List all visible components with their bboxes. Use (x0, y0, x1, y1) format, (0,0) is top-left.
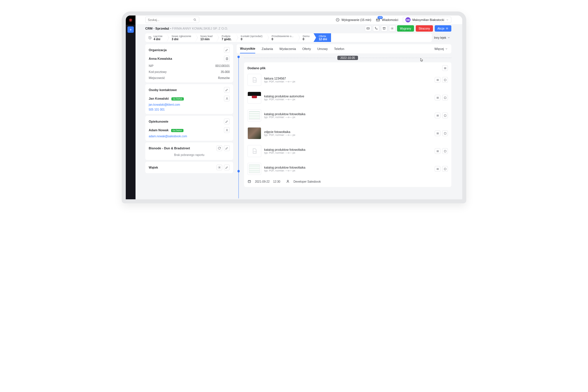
file-meta-text: typ: PDF, rozmiar: —x— px (264, 169, 305, 172)
hamburger-icon (446, 27, 448, 30)
chevron-down-icon (446, 18, 449, 21)
timeline-rail (237, 56, 241, 198)
file-checkbox[interactable] (442, 77, 448, 83)
file-checkbox[interactable] (442, 166, 448, 172)
edit-owners-button[interactable] (224, 119, 230, 124)
file-name[interactable]: faktura 1234567 (264, 77, 295, 80)
file-menu-button[interactable] (435, 130, 440, 136)
file-name[interactable]: katalog produktow fotowoltaika (264, 148, 305, 151)
pdf-icon[interactable]: PDF (247, 74, 261, 86)
stage-item[interactable]: Przedstawienie o... 0 (266, 33, 297, 42)
user-menu[interactable]: MB Maksymilian Białostocki (403, 17, 451, 23)
building-icon[interactable] (224, 56, 230, 61)
thumbnail[interactable] (247, 163, 261, 175)
logout-timer[interactable]: Wylogowanie (15 min) (336, 18, 371, 22)
action-mail-button[interactable] (365, 25, 371, 32)
person-icon[interactable] (224, 127, 230, 133)
file-menu-button[interactable] (435, 95, 440, 101)
pdf-icon[interactable]: PDF (247, 145, 261, 157)
crumb-root[interactable]: CRM (145, 27, 152, 30)
file-row: PDFkatalog produktow fotowoltaikatyp: PD… (247, 142, 448, 160)
tab-all[interactable]: Wszystkie (240, 44, 255, 53)
content: Organizacja Anna Kowalska (136, 42, 462, 198)
add-button[interactable]: + (127, 26, 134, 33)
breadcrumb: CRM • Sprzedaż • FIRMA ANNY KOWALSKIEJ S… (145, 27, 228, 30)
pipeline-switch[interactable]: Inny lejek (434, 36, 451, 39)
thumbnail[interactable] (247, 92, 261, 104)
lose-button[interactable]: Stracony (416, 25, 433, 32)
svg-rect-6 (383, 28, 385, 30)
crumb-section[interactable]: Sprzedaż (155, 27, 169, 30)
svg-line-1 (196, 20, 196, 21)
actions-menu-button[interactable]: Akcje (435, 25, 451, 32)
svg-rect-19 (444, 168, 446, 170)
laptop-frame: + Wylogowanie (15 min) (122, 11, 466, 203)
tab-tasks[interactable]: Zadania (262, 45, 273, 53)
history-icon (148, 36, 152, 40)
svg-point-11 (219, 167, 220, 168)
tab-phone[interactable]: Telefon (334, 45, 344, 53)
action-settings-button[interactable] (389, 25, 395, 32)
svg-text:PDF: PDF (254, 151, 257, 152)
thumbnail[interactable] (247, 127, 261, 139)
file-checkbox[interactable] (442, 130, 448, 136)
owners-card: Opiekunowie Adam Nowak GŁÓWNY (145, 116, 233, 141)
stage-item[interactable]: Kontakt (sprzedaż) 0 (236, 33, 267, 42)
file-name[interactable]: katalog produktow fotowoltaika (264, 166, 305, 169)
timeline-line (238, 58, 239, 170)
win-button[interactable]: Wygrany (397, 25, 414, 32)
contact-email[interactable]: jan.kowalski@klient.com (149, 101, 230, 106)
file-name[interactable]: katalog produktow fotowoltaika (264, 112, 305, 116)
file-name[interactable]: zdjęcie fotowoltaika (264, 130, 295, 134)
feed-footer-time: 12:30 (273, 180, 280, 183)
file-checkbox[interactable] (442, 148, 448, 154)
search-input[interactable] (148, 18, 193, 22)
stage-total[interactable]: Łącznie 4 dni (145, 33, 167, 42)
timeline-dot (237, 170, 240, 172)
stage-item[interactable]: Nowy lead 13 min (195, 33, 216, 42)
feed-card-menu[interactable] (442, 65, 448, 71)
stage-item[interactable]: Podjęte 7 godz. (216, 33, 235, 42)
chevron-down-icon (447, 36, 450, 39)
file-menu-button[interactable] (435, 77, 440, 83)
edit-contacts-button[interactable] (224, 87, 230, 93)
contact-phone[interactable]: 505 101 001 (149, 106, 230, 111)
messages[interactable]: 123 Wiadomości (376, 18, 398, 22)
crumb-entity: FIRMA ANNY KOWALSKIEJ SP. Z O.O. (172, 27, 228, 30)
chevron-down-icon (445, 47, 448, 50)
file-menu-button[interactable] (435, 113, 440, 118)
org-field-row: Miejscowość Rzeszów (149, 74, 230, 80)
tab-offers[interactable]: Oferty (302, 45, 311, 53)
file-checkbox[interactable] (442, 113, 448, 118)
edit-bisnode-button[interactable] (224, 145, 230, 151)
action-call-button[interactable] (373, 25, 379, 32)
action-archive-button[interactable] (381, 25, 387, 32)
bisnode-empty-text: Brak pobranego raportu (149, 151, 230, 157)
owners-title: Opiekunowie (149, 120, 168, 123)
person-icon[interactable] (224, 96, 230, 101)
stage-active[interactable]: Oferta 12 dni (314, 33, 331, 42)
organization-name-row: Anna Kowalska (149, 53, 230, 61)
tabs-more[interactable]: Więcej (434, 47, 448, 51)
calendar-icon (247, 179, 252, 184)
refresh-bisnode-button[interactable] (216, 145, 222, 151)
file-menu-button[interactable] (435, 166, 440, 172)
app-main: Wylogowanie (15 min) 123 Wiadomości MB M… (136, 16, 462, 199)
stage-item[interactable]: Nowe zgłoszenie 3 dni (167, 33, 195, 42)
org-field-row: NIP 001100101 (149, 61, 230, 67)
org-field-row: Kod pocztowy 35-000 (149, 67, 230, 74)
feed-footer-date: 2021-09-22 (255, 180, 270, 183)
thread-settings-button[interactable] (216, 165, 222, 170)
tab-contracts[interactable]: Umowy (317, 45, 328, 53)
file-menu-button[interactable] (435, 148, 440, 154)
app-logo[interactable] (126, 16, 135, 25)
file-checkbox[interactable] (442, 95, 448, 101)
owner-email[interactable]: adam.nowak@salesbook.com (149, 133, 230, 138)
edit-organization-button[interactable] (224, 47, 230, 53)
edit-thread-button[interactable] (224, 165, 230, 170)
tab-events[interactable]: Wydarzenia (279, 45, 296, 53)
pipeline: Łącznie 4 dni Nowe zgłoszenie 3 dni Nowy… (136, 32, 462, 42)
search-box[interactable] (145, 17, 199, 23)
file-name[interactable]: katalog produktow automotive (264, 94, 304, 98)
thumbnail[interactable] (247, 109, 261, 121)
